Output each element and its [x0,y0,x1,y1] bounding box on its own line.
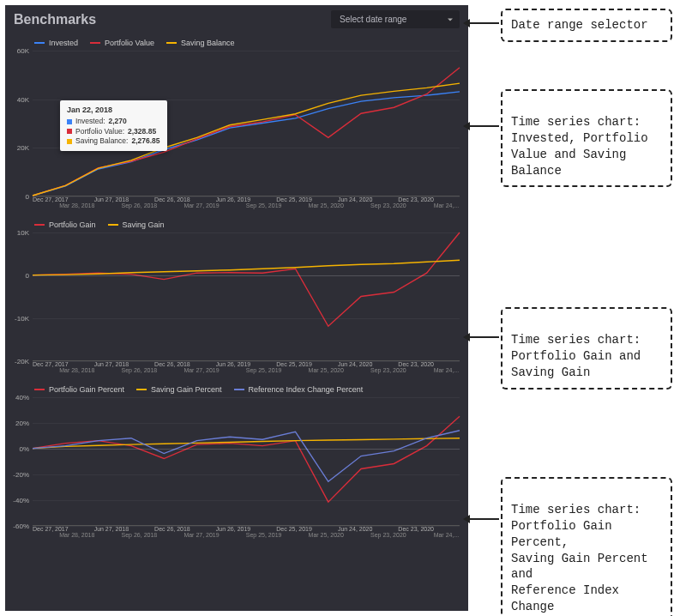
tooltip-value: 2,276.85 [131,136,159,146]
legend-item: Portfolio Gain [34,220,96,229]
chart-3: Portfolio Gain Percent Saving Gain Perce… [5,377,468,541]
tooltip-label: Portfolio Value: [75,127,124,136]
tooltip-value: 2,328.85 [128,127,156,136]
callout-arrow [468,22,499,24]
legend-label: Reference Index Change Percent [249,385,364,394]
tooltip-label: Invested: [75,117,105,126]
tooltip-swatch-saving [67,139,72,144]
legend-item: Portfolio Gain Percent [34,385,124,394]
legend-swatch-reference [234,389,244,390]
chart-2-x-ticks-top: Dec 27, 2017Jun 27, 2018Dec 26, 2018Jun … [33,361,460,367]
legend-swatch-portfolio [34,389,45,390]
legend-item: Saving Gain [108,220,165,229]
date-range-selector[interactable]: Select date range [331,10,460,28]
tooltip-swatch-invested [67,119,72,124]
tooltip-swatch-portfolio [67,129,72,134]
tooltip-row: Invested: 2,270 [67,117,160,126]
chart-3-x-ticks-top: Dec 27, 2017Jun 27, 2018Dec 26, 2018Jun … [33,526,460,532]
panel-header: Benchmarks Select date range [5,5,468,30]
chart-1-y-ticks: 020K40K60K [10,51,31,196]
legend-swatch-invested [34,42,45,44]
tooltip-value: 2,270 [109,117,127,126]
chart-3-plot-area[interactable]: -60%-40%-20%0%20%40% [33,397,460,526]
callout-text: Date range selector [511,18,648,32]
legend-label: Saving Gain Percent [151,385,222,394]
legend-label: Portfolio Value [105,39,154,47]
legend-label: Saving Balance [181,39,235,47]
benchmarks-panel: Benchmarks Select date range Invested Po… [5,5,468,611]
chart-1-tooltip: Jan 22, 2018 Invested: 2,270 Portfolio V… [60,100,167,151]
legend-swatch-portfolio [90,42,100,44]
callout-chart-3: Time series chart: Portfolio Gain Percen… [501,477,672,616]
legend-swatch-portfolio [34,224,45,226]
chart-1: Invested Portfolio Value Saving Balance … [5,30,468,212]
tooltip-row: Saving Balance: 2,276.85 [67,136,160,146]
chart-3-y-ticks: -60%-40%-20%0%20%40% [10,397,31,525]
chart-2-legend: Portfolio Gain Saving Gain [10,215,461,233]
legend-item: Portfolio Value [90,39,154,47]
tooltip-row: Portfolio Value: 2,328.85 [67,127,160,136]
tooltip-date: Jan 22, 2018 [67,105,160,115]
chart-2-x-ticks-bottom: Mar 28, 2018Sep 26, 2018Mar 27, 2019Sep … [33,367,460,373]
chart-2-plot-area[interactable]: -20K-10K010K [33,233,460,361]
tooltip-label: Saving Balance: [75,136,128,146]
callout-arrow [468,336,499,338]
page-title: Benchmarks [14,12,96,27]
chart-1-legend: Invested Portfolio Value Saving Balance [10,33,461,51]
callout-arrow [468,518,499,520]
legend-item: Saving Balance [166,39,235,47]
callout-chart-1: Time series chart: Invested, Portfolio V… [501,89,672,187]
chart-2-y-ticks: -20K-10K010K [10,233,31,360]
legend-label: Portfolio Gain Percent [49,385,124,394]
chart-3-svg [33,397,460,525]
chart-2: Portfolio Gain Saving Gain -20K-10K010K … [5,212,468,377]
callout-text: Time series chart: Invested, Portfolio V… [511,115,648,178]
legend-label: Portfolio Gain [49,220,96,229]
chart-3-legend: Portfolio Gain Percent Saving Gain Perce… [10,380,461,397]
legend-swatch-saving [108,224,118,226]
legend-label: Saving Gain [123,220,165,229]
legend-item: Saving Gain Percent [136,385,222,394]
callout-chart-2: Time series chart: Portfolio Gain and Sa… [501,307,672,390]
legend-item: Invested [34,39,78,47]
chart-3-x-ticks-bottom: Mar 28, 2018Sep 26, 2018Mar 27, 2019Sep … [33,532,460,538]
callout-date-range: Date range selector [501,9,672,42]
chart-2-svg [33,233,460,360]
legend-label: Invested [49,39,78,47]
chart-1-x-ticks-top: Dec 27, 2017Jun 27, 2018Dec 26, 2018Jun … [33,196,460,202]
callout-text: Time series chart: Portfolio Gain and Sa… [511,333,641,379]
callout-text: Time series chart: Portfolio Gain Percen… [511,503,648,616]
legend-item: Reference Index Change Percent [234,385,364,394]
legend-swatch-saving [136,389,147,390]
callout-arrow [468,125,499,127]
chart-1-x-ticks-bottom: Mar 28, 2018Sep 26, 2018Mar 27, 2019Sep … [33,202,460,208]
legend-swatch-saving [166,42,177,44]
chart-1-plot-area[interactable]: 020K40K60K Jan 22, 2018 Invested: 2,270 … [33,51,460,196]
